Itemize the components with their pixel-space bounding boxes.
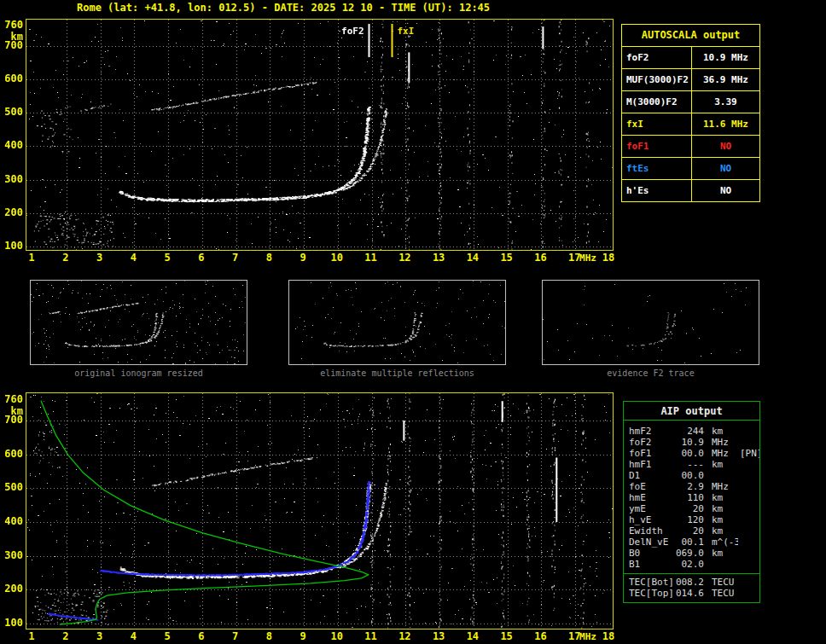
aip-row: TEC[Bot]008.2TECU — [624, 577, 759, 588]
thumbnail-caption-original: original ionogram resized — [30, 368, 247, 378]
x-tick-label: 14 — [463, 630, 482, 642]
aip-param-note — [738, 437, 759, 448]
y-tick-label: 200 — [1, 583, 23, 595]
aip-row: B0069.0km — [624, 548, 759, 559]
autoscala-param-label: foF2 — [622, 47, 692, 68]
y-tick-label: 760 — [1, 19, 23, 31]
x-tick-label: 11 — [362, 252, 381, 264]
y-tick-label: 760 — [1, 393, 23, 405]
aip-row: B102.0 — [624, 559, 759, 570]
aip-param-note — [738, 548, 759, 559]
aip-param-value: 20 — [675, 525, 704, 537]
x-tick-label: 16 — [531, 630, 550, 642]
aip-row: foF210.9MHz — [624, 437, 759, 448]
bottom-ionogram-canvas — [26, 393, 613, 629]
aip-param-value: 00.0 — [675, 448, 704, 459]
autoscala-param-label: MUF(3000)F2 — [622, 69, 692, 90]
x-tick-label: 1 — [22, 252, 41, 264]
thumbnail-eliminate-canvas — [289, 281, 505, 364]
aip-param-name: foF2 — [624, 437, 675, 448]
x-axis-unit: MHz — [579, 631, 597, 643]
x-tick-label: 9 — [294, 252, 312, 264]
aip-param-value: 00.1 — [675, 537, 704, 548]
aip-param-name: ymE — [624, 503, 675, 514]
y-tick-label: 500 — [1, 481, 23, 493]
aip-param-value: 20 — [675, 503, 704, 514]
x-tick-label: 13 — [429, 630, 448, 642]
autoscala-param-label: h'Es — [622, 180, 692, 201]
autoscala-row: foF210.9 MHz — [622, 46, 759, 68]
thumbnail-evidence-f2 — [542, 280, 759, 365]
aip-param-unit: km — [704, 514, 738, 525]
aip-param-note — [738, 559, 759, 570]
aip-param-value: 014.6 — [675, 588, 704, 599]
thumbnail-eliminate-reflections — [288, 280, 506, 365]
aip-table-title: AIP output — [624, 402, 759, 421]
x-tick-label: 5 — [158, 252, 177, 264]
x-tick-label: 4 — [124, 252, 143, 264]
x-tick-label: 18 — [599, 252, 618, 264]
x-tick-label: 1 — [22, 630, 41, 642]
aip-param-unit: MHz — [704, 437, 738, 448]
autoscala-param-label: foF1 — [622, 136, 692, 157]
aip-tec-separator — [624, 573, 759, 574]
aip-param-name: hmE — [624, 492, 675, 503]
aip-param-unit: km — [704, 492, 738, 503]
y-tick-label: 500 — [1, 106, 23, 118]
autoscala-table: AUTOSCALA output foF210.9 MHzMUF(3000)F2… — [621, 24, 760, 202]
autoscala-param-label: fxI — [622, 113, 692, 135]
y-tick-label: 700 — [1, 39, 23, 51]
aip-row: DelN_vE00.1m^(-3) — [624, 537, 759, 548]
aip-param-value: 10.9 — [675, 437, 704, 448]
aip-table-rows: hmF2244kmfoF210.9MHzfoF100.0MHz[PN]hmF1-… — [624, 426, 759, 570]
top-ionogram-canvas — [26, 20, 613, 250]
aip-param-value: 120 — [675, 514, 704, 525]
page-title: Rome (lat: +41.8, lon: 012.5) - DATE: 20… — [77, 2, 490, 14]
x-tick-label: 16 — [531, 252, 550, 264]
aip-table: AIP output hmF2244kmfoF210.9MHzfoF100.0M… — [623, 401, 760, 603]
autoscala-param-value: NO — [692, 180, 759, 201]
x-tick-label: 10 — [328, 252, 346, 264]
aip-param-note — [738, 577, 759, 588]
aip-param-unit: km — [704, 503, 738, 514]
x-tick-label: 8 — [259, 630, 278, 642]
x-axis-unit: MHz — [579, 252, 597, 264]
aip-row: ymE20km — [624, 503, 759, 514]
aip-row: TEC[Top]014.6TECU — [624, 588, 759, 599]
aip-param-name: B0 — [624, 548, 675, 559]
x-tick-label: 7 — [226, 630, 245, 642]
aip-row: hmF1---km — [624, 459, 759, 470]
aip-param-unit: km — [704, 548, 738, 559]
autoscala-table-title: AUTOSCALA output — [622, 25, 759, 46]
x-tick-label: 2 — [56, 252, 75, 264]
aip-param-note — [738, 481, 759, 492]
x-tick-label: 14 — [463, 252, 482, 264]
autoscala-screen: Rome (lat: +41.8, lon: 012.5) - DATE: 20… — [0, 0, 826, 644]
aip-param-name: foF1 — [624, 448, 675, 459]
autoscala-row: ftEsNO — [622, 157, 759, 179]
thumbnail-original-ionogram — [30, 280, 247, 365]
aip-param-note — [738, 459, 759, 470]
x-tick-label: 3 — [90, 252, 109, 264]
aip-param-name: h_vE — [624, 514, 675, 525]
aip-row: D100.0 — [624, 470, 759, 481]
aip-param-note — [738, 588, 759, 599]
autoscala-param-label: M(3000)F2 — [622, 91, 692, 113]
autoscala-row: M(3000)F23.39 — [622, 90, 759, 113]
y-tick-label: 700 — [1, 414, 23, 426]
x-tick-label: 7 — [226, 252, 245, 264]
y-tick-label: 600 — [1, 448, 23, 460]
y-tick-label: 300 — [1, 549, 23, 561]
aip-param-value: 069.0 — [675, 548, 704, 559]
x-tick-label: 9 — [294, 630, 312, 642]
aip-param-value: 008.2 — [675, 577, 704, 588]
aip-param-note — [738, 514, 759, 525]
x-tick-label: 5 — [158, 630, 177, 642]
x-tick-label: 15 — [497, 630, 516, 642]
x-tick-label: 11 — [362, 630, 381, 642]
x-tick-label: 10 — [328, 630, 346, 642]
aip-param-note — [738, 492, 759, 503]
aip-row: foE2.9MHz — [624, 481, 759, 492]
aip-row: hmF2244km — [624, 426, 759, 437]
thumbnail-evidence-canvas — [543, 281, 759, 364]
